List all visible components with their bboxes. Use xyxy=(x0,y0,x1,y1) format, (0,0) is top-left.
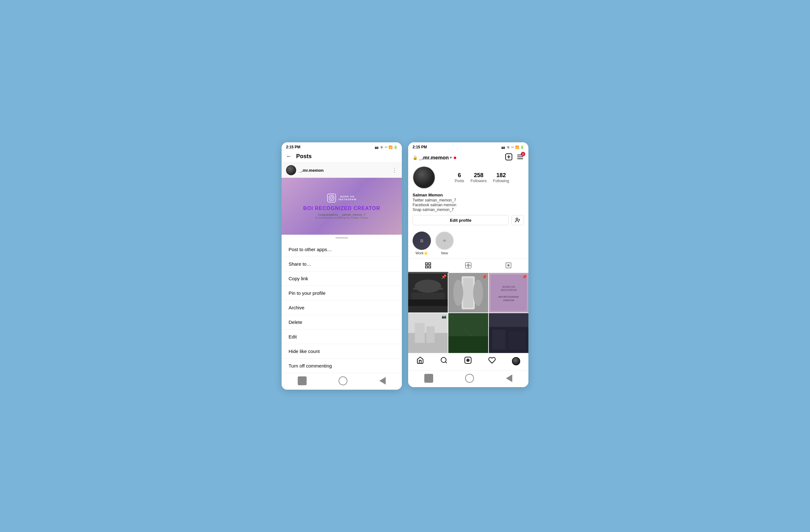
signal-icon: 📶 xyxy=(389,146,392,149)
highlight-new-circle: + xyxy=(435,232,454,250)
profile-avatar[interactable] xyxy=(412,166,435,189)
profile-bio-snap: Snap salman_memon_7 xyxy=(412,207,524,212)
bottom-sheet-item-copy-link[interactable]: Copy link xyxy=(281,271,402,286)
grid-post-6[interactable] xyxy=(489,313,529,353)
bottom-sheet-item-post-to-other-apps[interactable]: Post to other apps… xyxy=(281,242,402,257)
instagram-icon xyxy=(327,194,336,202)
profile-avatar-image xyxy=(413,167,435,188)
grid-post-1[interactable]: 📌 xyxy=(408,273,448,313)
profile-bio-facebook: Facebook salman memon xyxy=(412,203,524,207)
camera-icon-4: 📷 xyxy=(442,314,447,319)
svg-rect-55 xyxy=(489,313,529,327)
right-search-button[interactable] xyxy=(440,356,448,366)
pin-icon-2: 📌 xyxy=(482,274,487,279)
boi-title: BOI RECOGNIZED CREATOR xyxy=(303,205,380,211)
ig-profile-username: _.mr.memon xyxy=(419,155,449,161)
right-home-button[interactable] xyxy=(416,356,424,366)
home-nav-button[interactable] xyxy=(298,377,307,385)
back-button[interactable]: ← xyxy=(286,153,292,160)
add-content-button[interactable] xyxy=(505,153,513,162)
bottom-sheet-item-archive[interactable]: Archive xyxy=(281,300,402,315)
svg-point-60 xyxy=(467,360,468,361)
posts-stat[interactable]: 6 Posts xyxy=(455,172,464,183)
right-status-icons: 📷 👻 ··· 📶 🔋 xyxy=(501,146,524,149)
tab-grid[interactable] xyxy=(408,259,448,273)
left-status-icons: 📷 👻 ··· 📶 🔋 xyxy=(375,146,398,149)
grid-post-2[interactable]: 📌 xyxy=(448,273,488,313)
hamburger-menu-button[interactable]: 1 xyxy=(516,153,524,162)
bottom-sheet-item-edit[interactable]: Edit xyxy=(281,330,402,344)
svg-rect-36 xyxy=(490,275,527,311)
svg-rect-44 xyxy=(426,327,434,343)
following-count: 182 xyxy=(497,172,506,179)
svg-rect-54 xyxy=(508,331,525,349)
right-circle-button[interactable] xyxy=(465,374,474,383)
grid-post-3[interactable]: BORN ON INSTAGRAM BOI RECOGNIZED CREATOR… xyxy=(489,273,529,313)
profile-display-name: Salman Memon xyxy=(412,193,524,197)
bottom-sheet-items: Post to other apps…Share to…Copy linkPin… xyxy=(281,242,402,373)
svg-point-29 xyxy=(415,280,441,293)
highlight-work-circle: 🖼 xyxy=(412,232,431,250)
right-more-icon: ··· xyxy=(511,146,514,149)
bottom-sheet-item-hide-like-count[interactable]: Hide like count xyxy=(281,344,402,359)
post-options-button[interactable]: ⋮ xyxy=(392,167,398,173)
grid-post-5[interactable] xyxy=(448,313,488,353)
followers-stat[interactable]: 258 Followers xyxy=(470,172,487,183)
dropdown-arrow-icon[interactable]: ▾ xyxy=(450,155,452,160)
battery-icon: 🔋 xyxy=(394,146,398,149)
right-battery-icon: 🔋 xyxy=(520,146,524,149)
followers-label: Followers xyxy=(470,179,487,183)
highlights-row: 🖼 Work⭐ + New xyxy=(408,228,529,259)
right-profile-button[interactable] xyxy=(512,357,520,365)
svg-rect-32 xyxy=(463,278,473,308)
bottom-sheet-item-turn-off-commenting[interactable]: Turn off commenting xyxy=(281,359,402,373)
svg-rect-12 xyxy=(425,263,427,265)
svg-text:BORN ON: BORN ON xyxy=(502,285,515,288)
pin-icon-3: 📌 xyxy=(522,274,527,279)
boi-congrats: Congratulations __salman_memon_7 xyxy=(318,213,366,216)
posts-title: Posts xyxy=(296,153,398,160)
profile-bio-twitter: Twitter salman_memon_7 xyxy=(412,198,524,202)
left-nav-bar xyxy=(281,373,402,390)
svg-text:BOI RECOGNIZED: BOI RECOGNIZED xyxy=(499,295,519,298)
notification-badge: 1 xyxy=(521,152,525,156)
post-user-avatar[interactable] xyxy=(286,165,296,175)
grid-post-4[interactable]: 📷 xyxy=(408,313,448,353)
right-square-button[interactable] xyxy=(424,374,433,383)
following-stat[interactable]: 182 Following xyxy=(493,172,509,183)
boi-logo-text: BORN ON INSTAGRAM xyxy=(339,195,357,201)
right-ghost-icon: 👻 xyxy=(506,146,510,149)
bottom-sheet-handle xyxy=(335,237,348,238)
bottom-sheet-item-share-to[interactable]: Share to… xyxy=(281,257,402,271)
right-phone-frame: 2:15 PM 📷 👻 ··· 📶 🔋 🔒 _.mr.memon ▾ xyxy=(408,142,529,387)
bottom-sheet-item-delete[interactable]: Delete xyxy=(281,315,402,330)
highlight-new[interactable]: + New xyxy=(435,232,454,255)
profile-tabs xyxy=(408,259,529,273)
post-username[interactable]: _.mr.memon xyxy=(299,168,392,173)
svg-line-57 xyxy=(446,362,447,363)
tab-tagged[interactable] xyxy=(488,259,529,273)
bottom-sheet: Post to other apps…Share to…Copy linkPin… xyxy=(281,235,402,373)
svg-rect-50 xyxy=(448,336,488,353)
following-label: Following xyxy=(493,179,509,183)
pin-icon-1: 📌 xyxy=(441,274,447,279)
right-status-bar: 2:15 PM 📷 👻 ··· 📶 🔋 xyxy=(408,142,529,151)
svg-rect-27 xyxy=(408,300,448,306)
add-friend-button[interactable] xyxy=(511,215,524,225)
camera-icon: 📷 xyxy=(375,146,378,149)
svg-text:INSTAGRAM: INSTAGRAM xyxy=(501,288,516,292)
back-triangle-button[interactable] xyxy=(379,377,386,385)
edit-profile-button[interactable]: Edit profile xyxy=(412,215,509,225)
tab-reels[interactable] xyxy=(448,259,488,273)
right-heart-button[interactable] xyxy=(488,356,496,366)
right-reels-button[interactable] xyxy=(464,356,472,366)
ig-header: 🔒 _.mr.memon ▾ xyxy=(408,151,529,164)
svg-rect-0 xyxy=(329,196,334,200)
home-circle-button[interactable] xyxy=(339,377,347,385)
left-phone-frame: 2:15 PM 📷 👻 ··· 📶 🔋 ← Posts _.mr.memon ⋮ xyxy=(281,142,402,390)
svg-rect-53 xyxy=(492,330,505,350)
right-back-button[interactable] xyxy=(506,375,512,382)
bottom-sheet-item-pin-to-profile[interactable]: Pin to your profile xyxy=(281,286,402,300)
highlight-work[interactable]: 🖼 Work⭐ xyxy=(412,232,431,255)
post-preview-image: BORN ON INSTAGRAM BOI RECOGNIZED CREATOR… xyxy=(281,178,402,235)
